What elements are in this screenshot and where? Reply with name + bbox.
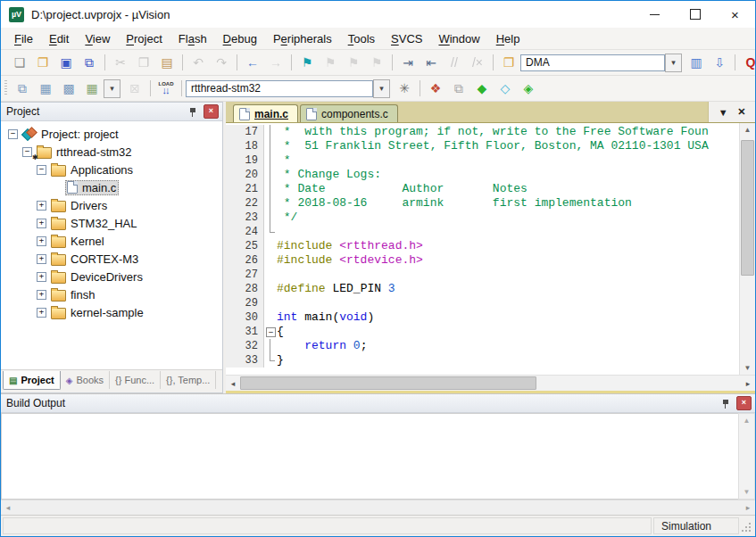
resize-grip[interactable] <box>741 517 753 534</box>
code-line-22[interactable]: 22 * 2018-08-16 armink first implementat… <box>226 196 739 211</box>
code-line-33[interactable]: 33} <box>226 353 739 368</box>
incremental-find-button[interactable]: ⇩ <box>709 53 730 72</box>
vertical-scroll-thumb[interactable] <box>741 140 754 276</box>
tree-item-rtthread-stm32[interactable]: −✱rtthread-stm32 <box>1 143 222 161</box>
build-output-vertical-scrollbar[interactable]: ▲ ▼ <box>738 413 755 500</box>
manage-run-time-environment-button[interactable]: ◆ <box>471 78 493 98</box>
collapse-icon[interactable]: − <box>22 147 32 157</box>
tree-item-devicedrivers[interactable]: +DeviceDrivers <box>1 268 222 285</box>
menu-help[interactable]: Help <box>488 29 528 48</box>
fold-collapse-icon[interactable] <box>264 325 277 339</box>
panel-tab-project[interactable]: ▤Project <box>3 371 61 390</box>
close-document-icon[interactable]: ✕ <box>737 106 745 118</box>
code-line-30[interactable]: 30int main(void) <box>226 310 739 325</box>
menu-debug[interactable]: Debug <box>215 29 265 48</box>
close-button[interactable]: × <box>715 1 755 28</box>
indent-selection-button[interactable]: ⇥ <box>397 53 419 72</box>
tree-item-kernel[interactable]: +Kernel <box>1 232 222 250</box>
code-line-28[interactable]: 28#define LED_PIN 3 <box>226 282 739 296</box>
save-button[interactable]: ▣ <box>55 53 77 72</box>
redo-button[interactable]: ↷ <box>211 53 232 72</box>
copy-button[interactable]: ❐ <box>133 53 154 72</box>
document-tab-components-c[interactable]: components.c <box>300 104 398 122</box>
find-combo-dropdown[interactable]: ▾ <box>665 54 682 72</box>
code-line-25[interactable]: 25#include <rtthread.h> <box>226 239 739 253</box>
expand-icon[interactable]: + <box>37 219 46 228</box>
manage-project-items-button[interactable]: ❖ <box>425 78 446 98</box>
quick-search-button[interactable]: Q <box>740 53 755 72</box>
uncomment-selection-button[interactable]: /× <box>467 53 488 72</box>
tree-item-project-project[interactable]: −Project: project <box>1 125 222 143</box>
menu-window[interactable]: Window <box>430 29 487 48</box>
scroll-down-icon[interactable]: ▼ <box>744 361 752 375</box>
tree-item-main-c[interactable]: main.c <box>1 178 222 196</box>
editor-vertical-scrollbar[interactable]: ▲ ▼ <box>739 123 755 375</box>
new-file-button[interactable]: ❏ <box>9 53 30 72</box>
code-line-26[interactable]: 26#include <rtdevice.h> <box>226 253 739 268</box>
code-line-19[interactable]: 19 * <box>226 153 739 168</box>
code-line-23[interactable]: 23 */ <box>226 211 739 225</box>
code-line-27[interactable]: 27 <box>226 268 739 282</box>
build-button[interactable]: ▦ <box>35 78 56 98</box>
build-output-horizontal-scrollbar[interactable]: ◂ ▸ <box>1 500 755 515</box>
download-button[interactable]: LOAD↓↓ <box>155 78 177 98</box>
insert-bookmark-button[interactable]: ⚑ <box>296 53 318 72</box>
target-combo-dropdown[interactable]: ▾ <box>373 79 390 98</box>
menu-edit[interactable]: Edit <box>41 29 77 48</box>
scroll-left-icon[interactable]: ◂ <box>226 379 240 388</box>
expand-icon[interactable]: + <box>37 272 46 282</box>
navigate-forward-button[interactable]: → <box>265 53 287 72</box>
code-line-31[interactable]: 31{ <box>226 325 739 339</box>
find-combo[interactable]: DMA <box>520 54 665 71</box>
panel-tab-books[interactable]: ◈Books <box>61 371 110 389</box>
paste-button[interactable]: ▤ <box>156 53 178 72</box>
expand-icon[interactable]: + <box>37 236 46 246</box>
target-combo[interactable]: rtthread-stm32 <box>186 80 373 97</box>
open-file-button[interactable]: ❐ <box>32 53 54 72</box>
code-view[interactable]: 17 * with this program; if not, write to… <box>226 123 739 375</box>
horizontal-scroll-thumb[interactable] <box>240 376 536 390</box>
menu-tools[interactable]: Tools <box>340 29 383 48</box>
tree-item-stm32-hal[interactable]: +STM32_HAL <box>1 214 222 232</box>
save-all-button[interactable]: ⧉ <box>79 53 100 72</box>
minimize-button[interactable] <box>635 1 675 28</box>
menu-flash[interactable]: Flash <box>170 29 215 48</box>
previous-bookmark-button[interactable]: ⚑ <box>320 53 341 72</box>
scroll-left-icon[interactable]: ◂ <box>1 503 15 512</box>
translate-file-button[interactable]: ⧉ <box>12 78 33 98</box>
code-line-29[interactable]: 29 <box>226 296 739 310</box>
tree-item-kernel-sample[interactable]: +kernel-sample <box>1 303 222 321</box>
manage-books-button[interactable]: ⧉ <box>448 78 469 98</box>
document-list-dropdown-icon[interactable]: ▼ <box>719 107 728 118</box>
code-line-17[interactable]: 17 * with this program; if not, write to… <box>226 125 739 139</box>
menu-project[interactable]: Project <box>118 29 170 48</box>
menu-file[interactable]: File <box>6 29 41 48</box>
select-software-packs-button[interactable]: ◇ <box>494 78 516 98</box>
menu-view[interactable]: View <box>77 29 118 48</box>
clear-all-bookmarks-button[interactable]: ⚑ <box>366 53 387 72</box>
expand-icon[interactable]: + <box>37 308 46 318</box>
scroll-right-icon[interactable]: ▸ <box>741 503 755 512</box>
tree-item-finsh[interactable]: +finsh <box>1 285 222 303</box>
menu-peripherals[interactable]: Peripherals <box>265 29 340 48</box>
tree-item-cortex-m3[interactable]: +CORTEX-M3 <box>1 250 222 268</box>
maximize-button[interactable] <box>675 1 715 28</box>
pack-installer-button[interactable]: ◈ <box>518 78 539 98</box>
code-line-24[interactable]: 24 <box>226 225 739 239</box>
stop-build-button[interactable]: ⊠ <box>124 78 145 98</box>
options-for-target-button[interactable]: ✳ <box>394 78 415 98</box>
unindent-selection-button[interactable]: ⇤ <box>420 53 442 72</box>
find-in-files-button[interactable]: ▥ <box>685 53 707 72</box>
scroll-up-icon[interactable]: ▲ <box>744 123 752 136</box>
next-bookmark-button[interactable]: ⚑ <box>343 53 364 72</box>
build-output-pin-icon[interactable] <box>721 398 731 409</box>
undo-button[interactable]: ↶ <box>187 53 209 72</box>
scroll-right-icon[interactable]: ▸ <box>741 379 755 388</box>
menu-svcs[interactable]: SVCS <box>383 29 430 48</box>
find-in-files-folder-button[interactable]: ❐ <box>498 53 519 72</box>
collapse-icon[interactable]: − <box>8 129 18 139</box>
comment-selection-button[interactable]: // <box>444 53 465 72</box>
collapse-icon[interactable]: − <box>37 165 46 175</box>
editor-horizontal-scrollbar[interactable]: ◂ ▸ <box>226 375 755 391</box>
scroll-up-icon[interactable]: ▲ <box>744 414 751 427</box>
